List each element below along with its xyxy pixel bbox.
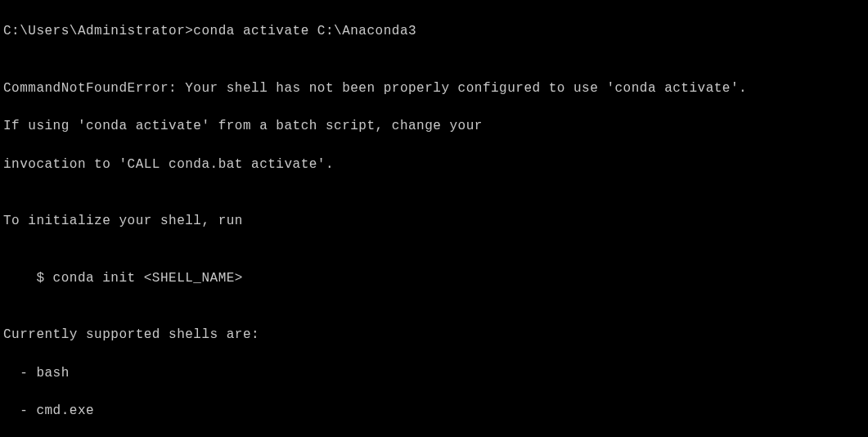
shell-bash: - bash — [3, 364, 868, 383]
init-command: $ conda init <SHELL_NAME> — [3, 269, 868, 288]
init-header: To initialize your shell, run — [3, 212, 868, 231]
shell-cmd: - cmd.exe — [3, 402, 868, 421]
error-line-1: CommandNotFoundError: Your shell has not… — [3, 79, 868, 98]
shells-header: Currently supported shells are: — [3, 326, 868, 345]
error-line-3: invocation to 'CALL conda.bat activate'. — [3, 155, 868, 174]
prompt-line: C:\Users\Administrator>conda activate C:… — [3, 22, 868, 41]
terminal-output[interactable]: C:\Users\Administrator>conda activate C:… — [3, 3, 868, 437]
error-line-2: If using 'conda activate' from a batch s… — [3, 117, 868, 136]
